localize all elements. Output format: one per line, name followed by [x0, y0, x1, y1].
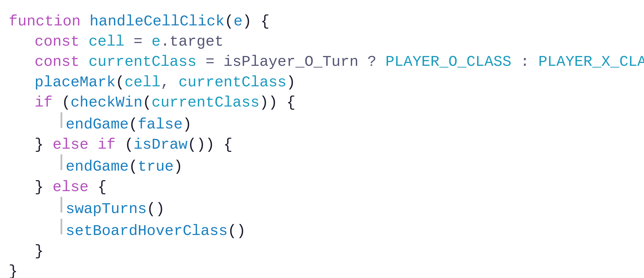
token: () [228, 221, 246, 241]
line-bar [61, 197, 62, 212]
code-line-line11: setBoardHoverClass() [9, 219, 635, 241]
token: ( [129, 157, 138, 177]
token: e [152, 32, 161, 52]
code-editor: function handleCellClick(e) {const cell … [0, 0, 644, 278]
token: setBoardHoverClass [66, 221, 228, 241]
code-line-line9: } else { [9, 177, 635, 197]
token: ( [116, 72, 125, 93]
token: ( [142, 93, 151, 113]
token: currentClass [152, 93, 259, 113]
code-line-line5: if (checkWin(currentClass)) { [9, 93, 635, 113]
token: ( [52, 93, 70, 113]
line-bar [61, 219, 62, 234]
token: , [161, 72, 178, 93]
token: currentClass [178, 72, 286, 93]
token: = [125, 32, 152, 52]
token: : [511, 52, 538, 72]
code-line-line7: } else if (isDraw()) { [9, 135, 635, 155]
token: ) [287, 72, 295, 93]
token: } [35, 177, 52, 197]
token: PLAYER_O_CLASS [385, 52, 511, 72]
token: )) { [259, 93, 295, 113]
token: endGame [66, 115, 129, 135]
code-line-line13: } [9, 262, 635, 278]
token: true [138, 157, 174, 177]
token: placeMark [35, 72, 116, 93]
token: currentClass [88, 52, 196, 72]
token: endGame [66, 157, 129, 177]
token: checkWin [71, 93, 143, 113]
code-line-line1: function handleCellClick(e) { [9, 12, 635, 32]
token: ) [174, 157, 182, 177]
token: e [234, 12, 242, 32]
code-line-line4: placeMark(cell, currentClass) [9, 72, 635, 93]
token: swapTurns [66, 199, 147, 219]
token: cell [88, 32, 125, 52]
code-line-line10: swapTurns() [9, 197, 635, 219]
token: if [35, 93, 52, 113]
token: function [9, 12, 90, 32]
token: else [52, 177, 88, 197]
line-bar [61, 154, 62, 170]
code-line-line2: const cell = e.target [9, 32, 635, 52]
token: } [9, 262, 18, 278]
token: ( [116, 135, 133, 155]
token: ? [358, 52, 385, 72]
code-line-line6: endGame(false) [9, 113, 635, 135]
token: ) [183, 115, 192, 135]
code-line-line3: const currentClass = isPlayer_O_Turn ? P… [9, 52, 635, 72]
code-line-line12: } [9, 241, 635, 262]
token: = [197, 52, 224, 72]
token: ()) { [188, 135, 233, 155]
token: isPlayer_O_Turn [223, 52, 358, 72]
line-bar [61, 112, 62, 128]
token: else if [52, 135, 115, 155]
token: } [35, 135, 52, 155]
token: ( [129, 115, 138, 135]
token: false [138, 115, 183, 135]
token: const [35, 32, 88, 52]
token: const [35, 52, 88, 72]
token: cell [125, 72, 161, 93]
token: isDraw [133, 135, 187, 155]
token: PLAYER_X_CLASS [538, 52, 644, 72]
token: ( [225, 12, 234, 32]
token: () [147, 199, 165, 219]
token: .target [161, 32, 223, 52]
code-line-line8: endGame(true) [9, 155, 635, 177]
token: ) { [242, 12, 270, 32]
token: } [35, 241, 44, 262]
token: { [88, 177, 106, 197]
token: handleCellClick [90, 12, 225, 32]
